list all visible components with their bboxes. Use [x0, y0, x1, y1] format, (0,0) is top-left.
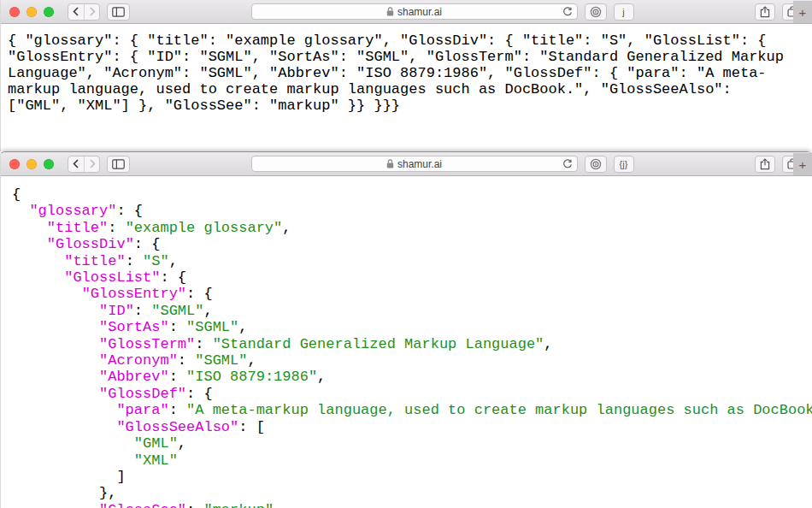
address-bar[interactable]: shamur.ai — [251, 3, 578, 20]
nav-buttons — [68, 156, 100, 173]
json-extension-button[interactable]: {j} — [614, 156, 634, 173]
traffic-lights — [9, 7, 54, 17]
sidebar-icon — [112, 159, 125, 169]
raw-json-text: { "glossary": { "title": "example glossa… — [1, 24, 812, 151]
share-icon — [760, 158, 770, 170]
sidebar-toggle-button[interactable] — [107, 156, 130, 173]
url-text: shamur.ai — [397, 158, 442, 170]
circle-keyhole-icon — [590, 158, 602, 170]
sidebar-toggle-button[interactable] — [107, 3, 130, 21]
new-tab-button[interactable]: + — [793, 153, 812, 175]
share-button[interactable] — [755, 3, 775, 21]
browser-toolbar: shamur.ai j + — [1, 0, 812, 24]
browser-toolbar: shamur.ai {j} + — [1, 152, 812, 176]
chevron-right-icon — [89, 159, 96, 168]
chevron-left-icon — [73, 159, 79, 168]
share-button[interactable] — [755, 156, 775, 173]
json-extension-label: j — [622, 7, 624, 17]
sidebar-icon — [112, 7, 125, 17]
back-button[interactable] — [68, 4, 84, 20]
browser-window-formatted-json: shamur.ai {j} + { "glossary": { "title":… — [0, 151, 812, 508]
lock-icon — [386, 159, 394, 168]
url-text: shamur.ai — [397, 6, 442, 18]
formatted-json-text: { "glossary": { "title": "example glossa… — [1, 176, 812, 508]
reload-button[interactable] — [562, 7, 573, 17]
minimize-window-button[interactable] — [26, 159, 37, 169]
chevron-right-icon — [89, 7, 96, 16]
close-window-button[interactable] — [9, 7, 20, 17]
close-window-button[interactable] — [9, 159, 20, 169]
traffic-lights — [9, 159, 54, 169]
back-button[interactable] — [68, 157, 84, 172]
circle-keyhole-icon — [590, 6, 602, 18]
share-icon — [760, 6, 770, 18]
page-content: { "glossary": { "title": "example glossa… — [1, 176, 812, 508]
page-content: { "glossary": { "title": "example glossa… — [1, 24, 812, 151]
password-extension-button[interactable] — [585, 3, 607, 21]
new-tab-button[interactable]: + — [793, 1, 812, 23]
lock-icon — [386, 7, 394, 16]
minimize-window-button[interactable] — [26, 7, 37, 17]
json-extension-button[interactable]: j — [614, 3, 634, 21]
nav-buttons — [68, 3, 100, 21]
zoom-window-button[interactable] — [44, 159, 54, 169]
json-extension-label: {j} — [620, 159, 628, 169]
reload-button[interactable] — [562, 159, 573, 169]
password-extension-button[interactable] — [585, 156, 607, 173]
forward-button[interactable] — [84, 4, 99, 20]
browser-window-raw-json: shamur.ai j + { "glossary": { "title": "… — [0, 0, 812, 151]
zoom-window-button[interactable] — [44, 7, 54, 17]
chevron-left-icon — [73, 7, 79, 16]
forward-button[interactable] — [84, 157, 99, 172]
address-bar[interactable]: shamur.ai — [251, 156, 578, 172]
